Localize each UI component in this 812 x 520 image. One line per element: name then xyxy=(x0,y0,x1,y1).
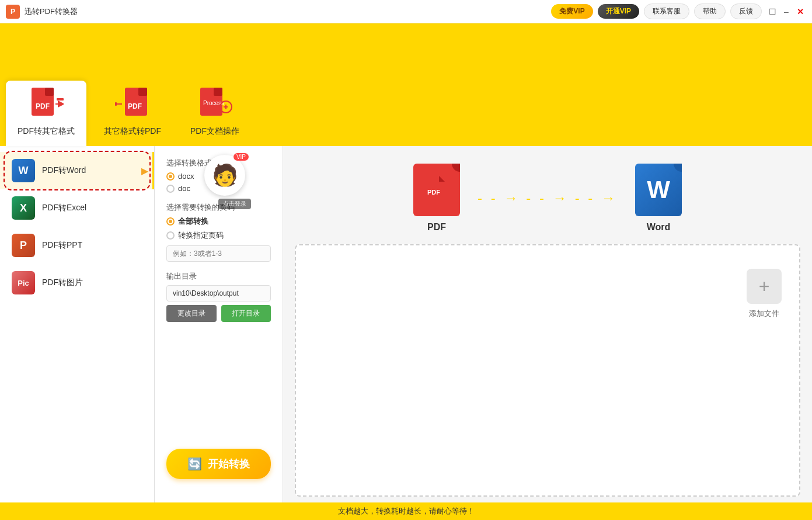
docx-radio-dot xyxy=(166,172,175,181)
pdf-ops-icon: Process xyxy=(197,86,232,122)
svg-text:PDF: PDF xyxy=(36,102,50,110)
sidebar-label-ppt: PDF转PPT xyxy=(42,240,82,251)
svg-rect-4 xyxy=(57,98,64,100)
excel-sidebar-icon: X xyxy=(12,196,35,220)
app-logo: P xyxy=(6,5,20,19)
svg-rect-11 xyxy=(214,88,222,96)
arrow-right-icon: ▶ xyxy=(141,165,148,176)
close-button[interactable]: ✕ xyxy=(794,6,806,18)
doc-radio-dot xyxy=(166,185,175,193)
open-vip-button[interactable]: 开通VIP xyxy=(598,4,639,19)
page-range-input[interactable] xyxy=(166,245,271,262)
main-content: W PDF转Word ▶ X PDF转Excel P PDF转PPT Pic P… xyxy=(0,146,812,502)
nav-item-other-to-pdf[interactable]: PDF 其它格式转PDF xyxy=(92,81,173,146)
svg-rect-9 xyxy=(115,102,117,106)
feedback-button[interactable]: 反馈 xyxy=(730,4,762,19)
word-large-icon: W xyxy=(635,164,682,216)
convert-label: 开始转换 xyxy=(208,457,250,471)
page-specific-option[interactable]: 转换指定页码 xyxy=(166,230,271,241)
minimize-button[interactable]: – xyxy=(780,6,792,18)
nav-item-pdf-ops[interactable]: Process PDF文档操作 xyxy=(179,81,251,146)
restore-button[interactable]: ☐ xyxy=(766,6,778,18)
convert-btn-area: 🔄 开始转换 xyxy=(166,439,271,491)
word-icon-letter: W xyxy=(647,176,670,204)
convert-icon: 🔄 xyxy=(187,457,202,471)
open-dir-button[interactable]: 打开目录 xyxy=(221,305,271,322)
sidebar-item-pdf-to-word[interactable]: W PDF转Word ▶ xyxy=(0,152,154,189)
nav-label-pdf-to-other: PDF转其它格式 xyxy=(18,126,75,137)
title-bar-left: P 迅转PDF转换器 xyxy=(6,5,78,19)
convert-button[interactable]: 🔄 开始转换 xyxy=(166,449,271,479)
pdf-icon-symbol: PDF xyxy=(424,175,449,206)
nav-item-pdf-to-other[interactable]: PDF PDF转其它格式 xyxy=(6,81,86,146)
nav-bar: PDF PDF转其它格式 PDF 其它格式转PDF Process PDF文档操… xyxy=(0,23,812,146)
conversion-pdf-section: PDF PDF xyxy=(413,164,460,233)
drop-area: PDF PDF - - → - - → - - → W Word xyxy=(283,146,812,502)
sidebar: W PDF转Word ▶ X PDF转Excel P PDF转PPT Pic P… xyxy=(0,146,155,502)
arrow3: - - → xyxy=(575,190,618,206)
sidebar-label-excel: PDF转Excel xyxy=(42,203,86,213)
sidebar-item-pdf-to-ppt[interactable]: P PDF转PPT xyxy=(0,227,154,264)
contact-button[interactable]: 联系客服 xyxy=(644,4,689,19)
pdf-corner xyxy=(452,164,460,172)
add-file-plus-button[interactable]: + xyxy=(747,269,782,304)
app-title: 迅转PDF转换器 xyxy=(25,6,78,17)
add-file-area[interactable]: + 添加文件 xyxy=(747,269,782,319)
arrow1: - - → xyxy=(478,190,520,206)
sidebar-item-pdf-to-pic[interactable]: Pic PDF转图片 xyxy=(0,264,154,301)
all-pages-radio-dot xyxy=(166,217,175,226)
other-to-pdf-icon: PDF xyxy=(115,86,150,122)
svg-rect-1 xyxy=(45,88,54,96)
nav-label-other-to-pdf: 其它格式转PDF xyxy=(104,126,161,137)
svg-text:PDF: PDF xyxy=(128,102,142,110)
avatar-badge: VIP xyxy=(234,153,249,161)
page-section: 选择需要转换的页码 全部转换 转换指定页码 xyxy=(166,202,271,262)
status-message: 文档越大，转换耗时越长，请耐心等待！ xyxy=(338,506,475,516)
avatar[interactable]: 🧑 xyxy=(204,155,245,196)
svg-text:PDF: PDF xyxy=(427,189,440,196)
nav-label-pdf-ops: PDF文档操作 xyxy=(190,126,239,137)
help-button[interactable]: 帮助 xyxy=(694,4,726,19)
dir-buttons: 更改目录 打开目录 xyxy=(166,305,271,322)
word-corner xyxy=(674,164,682,172)
pdf-to-other-icon: PDF xyxy=(29,86,64,122)
page-radio-group: 全部转换 转换指定页码 xyxy=(166,216,271,241)
svg-rect-6 xyxy=(138,88,147,96)
title-bar-right: 免费VIP 开通VIP 联系客服 帮助 反馈 ☐ – ✕ xyxy=(551,4,806,19)
conversion-word-section: W Word xyxy=(635,164,682,233)
sidebar-label-pic: PDF转图片 xyxy=(42,278,83,288)
specific-pages-radio-dot xyxy=(166,231,175,240)
add-file-label: 添加文件 xyxy=(749,308,779,319)
output-title: 输出目录 xyxy=(166,271,271,282)
page-all-option[interactable]: 全部转换 xyxy=(166,216,271,227)
title-bar: P 迅转PDF转换器 免费VIP 开通VIP 联系客服 帮助 反馈 ☐ – ✕ xyxy=(0,0,812,23)
free-vip-button[interactable]: 免费VIP xyxy=(551,4,593,19)
conversion-header: PDF PDF - - → - - → - - → W Word xyxy=(283,146,812,238)
status-bar: 文档越大，转换耗时越长，请耐心等待！ xyxy=(0,502,812,520)
output-dir-input[interactable] xyxy=(166,285,271,301)
pic-sidebar-icon: Pic xyxy=(12,271,35,294)
sidebar-item-pdf-to-excel[interactable]: X PDF转Excel xyxy=(0,189,154,227)
word-conversion-label: Word xyxy=(647,222,671,233)
arrow2: - - → xyxy=(526,190,569,206)
window-controls: ☐ – ✕ xyxy=(766,6,806,18)
word-sidebar-icon: W xyxy=(12,159,35,182)
arrows-section: - - → - - → - - → xyxy=(478,190,618,206)
avatar-label: 点击登录 xyxy=(218,199,251,209)
file-drop-zone[interactable]: + 添加文件 xyxy=(295,244,800,497)
pdf-large-icon: PDF xyxy=(413,164,460,216)
output-section: 输出目录 更改目录 打开目录 xyxy=(166,271,271,322)
avatar-face: 🧑 xyxy=(212,163,238,188)
sidebar-label-word: PDF转Word xyxy=(42,165,86,176)
pdf-conversion-label: PDF xyxy=(427,222,446,233)
change-dir-button[interactable]: 更改目录 xyxy=(166,305,217,322)
ppt-sidebar-icon: P xyxy=(12,234,35,257)
